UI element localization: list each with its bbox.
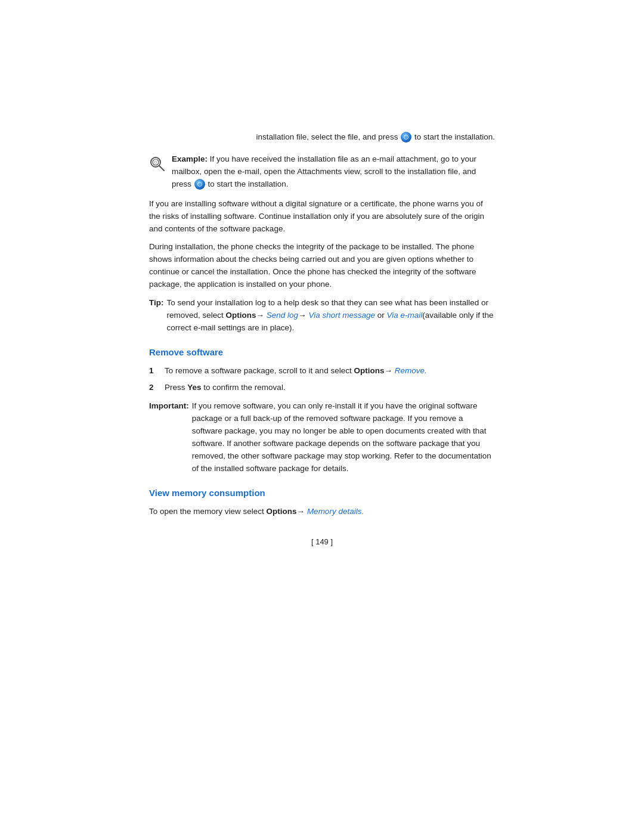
tip-arrow2: → (298, 311, 306, 320)
tip-via-short: Via short message (308, 311, 375, 320)
nav-button-icon (401, 132, 411, 143)
magnifier-icon-col (149, 153, 172, 176)
important-content: If you remove software, you can only re-… (192, 400, 495, 475)
remove-steps-list: 1 To remove a software package, scroll t… (149, 365, 495, 394)
view-memory-text: To open the memory view select (149, 507, 264, 516)
step-2-yes: Yes (187, 383, 201, 392)
remove-software-heading: Remove software (149, 345, 495, 359)
para-digital-signature: If you are installing software without a… (149, 198, 495, 236)
step-1-num: 1 (149, 365, 159, 377)
top-continuation-text: installation file, select the file, and … (172, 131, 495, 144)
content-area: installation file, select the file, and … (149, 0, 495, 667)
step-1-text: To remove a software package, scroll to … (165, 366, 352, 375)
tip-content: To send your installation log to a help … (167, 297, 496, 335)
tip-via-email: Via e-mail (387, 311, 423, 320)
step-2-press: Press (165, 383, 185, 392)
view-memory-heading: View memory consumption (149, 486, 495, 500)
tip-block: Tip: To send your installation log to a … (149, 297, 495, 335)
magnifier-icon (149, 156, 166, 172)
important-block: Important: If you remove software, you c… (149, 400, 495, 475)
step-2-num: 2 (149, 382, 159, 394)
para-integrity: During installation, the phone checks th… (149, 241, 495, 291)
example-block: Example: If you have received the instal… (149, 153, 495, 191)
svg-point-1 (153, 159, 159, 165)
step-1-remove: Remove. (395, 366, 427, 375)
remove-step-1: 1 To remove a software package, scroll t… (149, 365, 495, 377)
nav-button-icon-2 (194, 179, 205, 190)
view-memory-arrow: → (297, 507, 305, 516)
empty-icon-col (149, 131, 172, 132)
tip-arrow1: → (256, 311, 265, 320)
tip-or-text: or (377, 311, 385, 320)
tip-label: Tip: (149, 297, 164, 309)
view-memory-details: Memory details. (307, 507, 364, 516)
step-1-content: To remove a software package, scroll to … (165, 365, 427, 377)
page: installation file, select the file, and … (0, 0, 644, 833)
step-2-content: Press Yes to confirm the removal. (165, 382, 286, 394)
page-number: [ 149 ] (149, 536, 495, 548)
view-memory-options: Options (267, 507, 297, 516)
example-label: Example: (172, 154, 208, 163)
view-memory-section: View memory consumption To open the memo… (149, 486, 495, 518)
important-label: Important: (149, 400, 189, 413)
remove-step-2: 2 Press Yes to confirm the removal. (149, 382, 495, 394)
example-end-text: to start the installation. (208, 179, 289, 188)
step-1-options: Options (354, 366, 384, 375)
top-continuation-block: installation file, select the file, and … (149, 131, 495, 147)
svg-point-3 (154, 161, 157, 163)
top-continuation-end: to start the installation. (414, 132, 495, 141)
tip-send-log: Send log (267, 311, 298, 320)
top-continuation-start: installation file, select the file, and … (256, 132, 398, 141)
view-memory-para: To open the memory view select Options→ … (149, 506, 495, 518)
svg-line-2 (159, 166, 164, 171)
example-text: Example: If you have received the instal… (172, 153, 495, 191)
step-2-end: to confirm the removal. (203, 383, 285, 392)
tip-options: Options (226, 311, 256, 320)
step-1-arrow: → (384, 366, 392, 375)
